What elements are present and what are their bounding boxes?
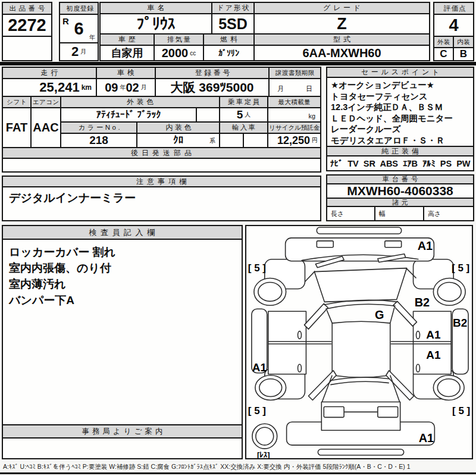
door-handle [416,331,420,339]
mileage-unit: km [82,83,92,92]
color-no-value: 218 [61,134,137,148]
aircon-value: AAC [32,108,61,148]
a-pillar-left [304,303,328,329]
displacement-label: 排気量 [155,35,204,46]
door-handle [298,331,302,339]
interior-color-suffix: 系 [209,137,215,145]
front-left-wheel-inner [258,283,282,302]
model-code-value: 6AA-MXWH60 [255,46,429,60]
lot-number-value: 2272 [3,15,51,37]
notes-label: 注意事項欄 [3,177,320,187]
equipment-label: 純正装備 [327,147,473,156]
sales-point-line: 12.3インチ純正ＤＡ、ＢＳＭ [331,102,469,113]
dimensions-label: 諸元 [327,199,473,207]
fuel-label: 燃料 [204,35,255,46]
mileage-label: 走行 [3,68,97,79]
lot-number-box: 出品番号 2272 [2,2,52,61]
interior-color-label: 内装色 [137,123,220,134]
rear-right-wheel-inner [437,379,460,397]
exterior-color-empty-cell [197,108,220,123]
rear-left-wheel-inner [259,379,282,397]
front-light-left [317,241,333,248]
later-parts-empty [3,159,320,171]
import-car-empty-2 [244,134,268,148]
transfer-day-label: 日 [306,84,312,93]
inspector-label: 検査員記入欄 [3,226,242,240]
tire-depth-front-right: [ 5 ] [452,262,469,274]
transfer-month-label: 月 [277,84,284,93]
details-box: 走行 車検 登録番号 譲渡書類期限 25,241 km 09 年 02 月 大阪… [2,67,321,173]
front-bumper-panel [286,238,434,261]
model-code-label: 型式 [255,35,429,46]
interior-grade-value: B [454,48,473,60]
inspection-value: 09 年 02 月 [97,79,156,97]
tire-depth-rear-right: [ 5 ] [452,405,470,416]
transfer-deadline-label: 譲渡書類期限 [270,68,320,79]
divider-bar-top [0,62,476,65]
sales-point-line: モデリスタエアロＦ・Ｓ・Ｒ [331,135,469,146]
notes-content: デジタルインナーミラー [3,187,320,220]
vehicle-header-box: 車名 ドア形状 グレード ﾌﾟﾘｳｽ 5SD Z 車歴 排気量 燃料 型式 自家… [99,2,430,61]
sales-point-line: レーダークルーズ [331,124,469,135]
chassis-value: MXWH60-4060338 [327,184,473,199]
score-value: 4 [434,15,473,37]
score-label: 評価点 [434,3,473,15]
year-unit: 年 [89,33,95,42]
front-lip [317,227,401,234]
damage-label-right-front-door: A1 [426,328,440,341]
fuel-value: ｶﾞｿﾘﾝ [204,46,255,60]
office-label: 事務局よりご案内 [3,425,242,439]
inspection-year: 09 [105,81,118,95]
rear-lip [318,449,403,455]
inspection-year-unit: 年 [120,83,126,92]
sales-point-line: ＬＥＤヘッド、全周囲モニター [331,113,469,124]
door-shape-value: 5SD [212,14,255,35]
taillight-right [378,406,398,417]
first-registration-box: 初度登録 R 6 年 2 月 [59,2,99,61]
inspector-line: バンパー下A [9,292,236,308]
exterior-color-value: ｱﾃｨﾁｭｰﾄﾞ ﾌﾞﾗｯｸ [61,108,197,123]
shift-label: シフト [3,97,32,108]
sales-points-box: セールスポイント ★オークションデビュー★ トヨタセーフティセンス 12.3イン… [326,67,474,171]
registration-value: 大阪 369ﾂ5000 [156,79,270,97]
interior-color-value: ｸﾛ 系 [137,134,220,148]
chassis-label: 車台番号 [327,176,473,184]
aircon-label: エアコン [32,97,61,108]
recycle-deposit-value: 12,250 円 [268,134,320,148]
history-value: 自家用 [101,46,155,60]
car-name-label: 車名 [101,3,212,14]
inspector-line: 室内薄汚れ [9,276,236,292]
car-name-value: ﾌﾟﾘｳｽ [101,14,212,35]
rear-glass-band [330,377,389,384]
damage-label-left-rocker: A1 [252,361,267,374]
notes-box: 注意事項欄 デジタルインナーミラー [2,176,321,221]
inspection-month: 02 [126,81,139,95]
first-registration-label: 初度登録 [60,3,98,15]
damage-label-glass: G [375,308,384,321]
capacity-unit: 人 [245,111,250,119]
import-car-label: 輸入車 [220,123,268,134]
sales-point-line: トヨタセーフティセンス [331,91,469,102]
grade-label: グレード [255,3,429,14]
tire-depth-front-left: [ 5 ] [248,262,266,274]
door-handle [416,364,420,372]
damage-label-right-rocker: B2 [453,317,467,329]
recycle-deposit-number: 12,250 [277,134,310,147]
dimension-width-label: 幅 [375,207,424,220]
damage-label-right-fender: B2 [415,296,430,309]
lot-number-label: 出品番号 [3,3,51,15]
capacity-value: 5 人 [220,108,268,123]
dimension-height-label: 高さ [424,207,473,220]
first-registration-year: R 6 年 [60,15,98,43]
roof-panel [332,321,390,377]
tire-depth-rear-left: [ 5 ] [248,405,266,416]
c-pillar-left [308,371,336,400]
car-outline [252,227,468,455]
inspector-content: ロッカーカバー 割れ 室内内張傷、のり付 室内薄汚れ バンパー下A [3,240,242,425]
history-label: 車歴 [101,35,155,46]
roof-front-sides [327,308,394,323]
door-handle [298,364,302,372]
divider-bar-bottom [0,472,476,474]
inspector-line: ロッカーカバー 割れ [9,244,236,260]
import-car-empty-1 [220,134,244,148]
